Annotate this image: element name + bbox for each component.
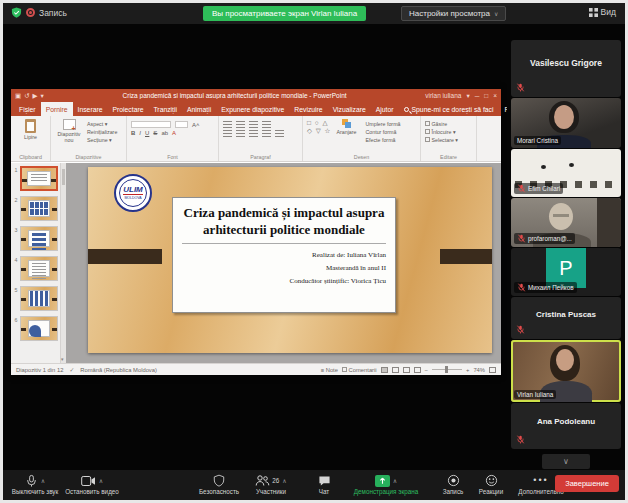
justify-icon[interactable] <box>262 130 271 137</box>
tab-revizuire[interactable]: Revizuire <box>289 102 327 116</box>
strikethrough-button[interactable]: S <box>153 130 157 136</box>
italic-button[interactable]: I <box>139 130 141 136</box>
slide-thumbnail-4[interactable]: 4 <box>12 256 58 281</box>
bold-button[interactable]: B <box>131 130 135 136</box>
paste-button[interactable]: Lipire <box>15 119 46 140</box>
participant-tile-efim[interactable]: Efim Chilari <box>511 149 621 197</box>
comments-button[interactable]: Comentarii <box>342 367 377 373</box>
align-center-icon[interactable] <box>236 130 245 137</box>
indent-icon[interactable] <box>249 121 258 128</box>
stop-video-button[interactable]: ∧ Остановить видео <box>61 473 123 495</box>
scroll-down-arrow-icon[interactable]: ▾ <box>61 356 64 362</box>
slideshow-icon[interactable]: ▶ <box>33 92 38 100</box>
font-name-input[interactable] <box>131 121 171 128</box>
participant-tile-puscas[interactable]: Cristina Puscas <box>511 297 621 339</box>
notes-button[interactable]: ≡ Note <box>321 367 338 373</box>
slide-thumbnail-3[interactable]: 3 <box>12 226 58 251</box>
security-button[interactable]: Безопасность <box>193 473 245 495</box>
ribbon-options-icon[interactable]: ▾ <box>466 92 469 100</box>
participant-tile-profaroman[interactable]: profaroman@... <box>511 198 621 247</box>
char-spacing-icon[interactable]: ab <box>161 130 168 136</box>
language-status[interactable]: Română (Republica Moldova) <box>80 367 157 373</box>
tell-me-search[interactable]: Spune-mi ce dorești să faci <box>399 102 499 116</box>
new-slide-button[interactable]: Diapozitiv nou <box>55 119 83 152</box>
tab-expunere[interactable]: Expunere diapozitive <box>216 102 289 116</box>
slide-thumbnail-5[interactable]: 5 <box>12 286 58 311</box>
reactions-button[interactable]: Реакции <box>471 473 511 495</box>
tab-animatii[interactable]: Animații <box>182 102 216 116</box>
close-icon[interactable]: × <box>493 92 497 99</box>
font-color-button[interactable]: A <box>172 130 176 136</box>
zoom-in-button[interactable]: + <box>466 367 469 373</box>
slide-thumbnail-6[interactable]: 6 <box>12 316 58 341</box>
tab-pornire[interactable]: Pornire <box>41 102 73 116</box>
collapse-video-strip-button[interactable]: ∨ <box>542 454 590 469</box>
chat-button[interactable]: Чат <box>309 473 339 495</box>
slide-sorter-view-icon[interactable] <box>392 367 399 373</box>
underline-button[interactable]: U <box>145 130 149 136</box>
grow-font-icon[interactable]: A˄ <box>192 122 200 128</box>
slide-1[interactable]: ULIM MOLDOVA Criza pandemică și impactul… <box>88 167 492 353</box>
quick-access-toolbar[interactable]: ▣↺▶▾ <box>15 92 44 100</box>
participant-tile-morari[interactable]: Morari Cristina <box>511 98 621 148</box>
slide-thumbnail-panel[interactable]: 1 2 3 4 5 6 <box>11 163 61 363</box>
slide-thumbnail-2[interactable]: 2 <box>12 196 58 221</box>
encryption-shield-icon <box>11 7 22 18</box>
slide-title-box[interactable]: Criza pandemică și impactul asupra arhit… <box>172 197 396 313</box>
shape-fill-button[interactable]: Umplere formă <box>365 121 400 127</box>
record-button[interactable]: Запись <box>435 473 471 495</box>
participant-tile-virlan-active-speaker[interactable]: Virlan Iuliana <box>511 340 621 402</box>
zoom-out-button[interactable]: − <box>425 367 428 373</box>
tab-fisier[interactable]: Fișier <box>14 102 41 116</box>
account-name[interactable]: virlan iuliana <box>425 92 461 99</box>
mute-options-chevron[interactable]: ∧ <box>41 477 45 484</box>
end-meeting-button[interactable]: Завершение <box>555 475 619 492</box>
maximize-icon[interactable]: □ <box>484 92 488 99</box>
minimize-icon[interactable]: ─ <box>475 92 480 99</box>
shape-outline-button[interactable]: Contur formă <box>365 129 400 135</box>
tab-ajutor[interactable]: Ajutor <box>371 102 399 116</box>
participant-tile-vasilescu[interactable]: Vasilescu Grigore <box>511 40 621 97</box>
arrange-button[interactable]: Aranjare <box>336 119 356 152</box>
view-button[interactable]: Вид <box>589 7 616 17</box>
find-button[interactable]: Găsire <box>425 121 472 127</box>
spellcheck-icon[interactable]: ✓ <box>69 367 74 373</box>
tab-proiectare[interactable]: Proiectare <box>107 102 148 116</box>
normal-view-icon[interactable] <box>381 367 388 373</box>
tab-inserare[interactable]: Inserare <box>73 102 108 116</box>
shapes-gallery[interactable]: □ ○ △◇ ▽ ☆ <box>307 119 331 152</box>
save-icon[interactable]: ▣ <box>15 92 21 100</box>
fit-to-window-icon[interactable] <box>489 367 496 373</box>
share-options-chevron[interactable]: ∧ <box>393 477 397 484</box>
zoom-slider[interactable] <box>432 369 462 370</box>
line-spacing-icon[interactable] <box>262 121 271 128</box>
tab-tranzitii[interactable]: Tranziții <box>148 102 182 116</box>
align-right-icon[interactable] <box>249 130 258 137</box>
undo-icon[interactable]: ↺ <box>24 92 29 100</box>
slideshow-view-icon[interactable] <box>414 367 421 373</box>
participants-button[interactable]: 26∧ Участники <box>243 473 299 495</box>
section-button[interactable]: Secțiune ▾ <box>87 137 117 143</box>
reading-view-icon[interactable] <box>403 367 410 373</box>
zoom-level[interactable]: 74% <box>473 367 485 373</box>
mute-button[interactable]: ∧ Выключить звук <box>9 473 61 495</box>
participant-tile-peikov[interactable]: P Михаил Пейков <box>511 248 621 296</box>
numbering-icon[interactable] <box>236 121 245 128</box>
shape-effects-button[interactable]: Efecte formă <box>365 137 400 143</box>
bullets-icon[interactable] <box>223 121 232 128</box>
scrollbar-thumb[interactable] <box>62 169 65 185</box>
view-settings-button[interactable]: Настройки просмотра∨ <box>401 6 506 21</box>
select-button[interactable]: Selectare ▾ <box>425 137 472 143</box>
video-options-chevron[interactable]: ∧ <box>99 477 103 484</box>
share-screen-button[interactable]: ∧ Демонстрация экрана <box>341 473 431 495</box>
participants-chevron[interactable]: ∧ <box>282 477 286 484</box>
columns-icon[interactable] <box>275 130 284 137</box>
layout-button[interactable]: Aspect ▾ <box>87 121 117 127</box>
tab-vizualizare[interactable]: Vizualizare <box>328 102 371 116</box>
reset-button[interactable]: Reinițializare <box>87 129 117 135</box>
font-size-input[interactable] <box>175 121 188 128</box>
participant-tile-podoleanu[interactable]: Ana Podoleanu <box>511 403 621 449</box>
replace-button[interactable]: Înlocuire ▾ <box>425 129 472 135</box>
slide-thumbnail-1[interactable]: 1 <box>12 166 58 191</box>
align-left-icon[interactable] <box>223 130 232 137</box>
